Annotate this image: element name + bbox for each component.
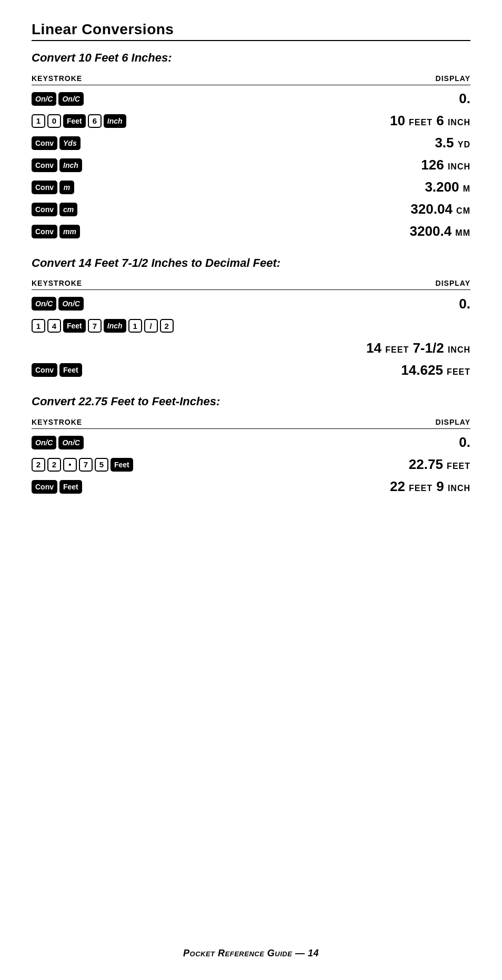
key-black-italic: Inch <box>104 319 126 333</box>
key-outline: 4 <box>47 319 61 333</box>
table-row: On/COn/C0. <box>32 433 470 452</box>
key-black: Feet <box>63 114 86 128</box>
display-value: 0. <box>459 91 470 107</box>
key-black-italic: On/C <box>58 92 83 106</box>
key-black-italic: On/C <box>32 92 56 106</box>
key-black-italic: On/C <box>32 297 56 311</box>
table-row: 22•75Feet22.75 FEET <box>32 455 470 474</box>
display-value: 0. <box>459 296 470 312</box>
key-outline: 1 <box>32 319 45 333</box>
table-row: On/COn/C0. <box>32 294 470 313</box>
table-row: 10Feet6Inch10 FEET 6 INCH <box>32 112 470 131</box>
key-black-italic: On/C <box>58 436 83 449</box>
table-header-3: KEYSTROKEDISPLAY <box>32 418 470 429</box>
keystroke-group: Convm <box>32 181 74 194</box>
keystroke-group: Convmm <box>32 225 80 238</box>
key-outline: 0 <box>47 114 61 128</box>
key-black: Feet <box>111 458 133 472</box>
key-outline: 5 <box>95 458 108 472</box>
key-outline: 2 <box>160 319 174 333</box>
key-black: Conv <box>32 480 57 494</box>
table-row: Convm3.200 M <box>32 178 470 197</box>
table-row: ConvFeet22 FEET 9 INCH <box>32 477 470 496</box>
key-black: Conv <box>32 136 57 150</box>
display-value: 126 INCH <box>421 157 470 173</box>
key-black: Conv <box>32 363 57 377</box>
keystroke-group: ConvYds <box>32 136 81 150</box>
keystroke-group: 10Feet6Inch <box>32 114 126 128</box>
key-black-italic: Inch <box>104 114 126 128</box>
table-header-1: KEYSTROKEDISPLAY <box>32 74 470 85</box>
table-rows-1: On/COn/C0.10Feet6Inch10 FEET 6 INCHConvY… <box>32 89 470 241</box>
key-outline: 1 <box>128 319 142 333</box>
key-outline: 2 <box>47 458 61 472</box>
key-black: Feet <box>63 319 86 333</box>
display-value: 10 FEET 6 INCH <box>390 113 470 129</box>
section-2: Convert 14 Feet 7-1/2 Inches to Decimal … <box>32 256 470 380</box>
section-heading-2: Convert 14 Feet 7-1/2 Inches to Decimal … <box>32 256 470 271</box>
table-rows-3: On/COn/C0.22•75Feet22.75 FEETConvFeet22 … <box>32 433 470 496</box>
key-black-italic: Yds <box>59 136 81 150</box>
keystroke-group: ConvFeet <box>32 363 82 377</box>
display-value: 3.5 YD <box>435 135 470 151</box>
key-outline: • <box>63 458 77 472</box>
key-black: Feet <box>59 480 82 494</box>
key-black: Conv <box>32 225 57 238</box>
keystroke-group: ConvInch <box>32 158 82 172</box>
footer: Pocket Reference Guide — 14 <box>0 948 502 959</box>
keystroke-group: Convcm <box>32 203 77 216</box>
keystroke-group: On/COn/C <box>32 92 84 106</box>
title-divider <box>32 40 470 41</box>
table-rows-2: On/COn/C0.14Feet7Inch1/214 FEET 7-1/2 IN… <box>32 294 470 379</box>
section-heading-1: Convert 10 Feet 6 Inches: <box>32 51 470 66</box>
key-outline: 7 <box>88 319 102 333</box>
table-row: ConvInch126 INCH <box>32 156 470 175</box>
key-black-italic: Inch <box>59 158 82 172</box>
table-row: ConvFeet14.625 FEET <box>32 361 470 379</box>
table-header-2: KEYSTROKEDISPLAY <box>32 279 470 290</box>
keystroke-group: On/COn/C <box>32 436 84 449</box>
table-row: 14Feet7Inch1/2 <box>32 316 470 335</box>
display-value: 3.200 M <box>425 179 470 195</box>
key-black-italic: mm <box>59 225 80 238</box>
key-outline: 2 <box>32 458 45 472</box>
key-outline: 1 <box>32 114 45 128</box>
table-row: Convcm320.04 CM <box>32 200 470 219</box>
col-header-keystroke: KEYSTROKE <box>32 418 82 426</box>
keystroke-group: 22•75Feet <box>32 458 133 472</box>
table-row: Convmm3200.4 MM <box>32 222 470 241</box>
section-heading-3: Convert 22.75 Feet to Feet-Inches: <box>32 394 470 409</box>
page-title: Linear Conversions <box>32 21 470 38</box>
display-value: 14.625 FEET <box>401 362 470 378</box>
section-1: Convert 10 Feet 6 Inches:KEYSTROKEDISPLA… <box>32 51 470 241</box>
key-black-italic: On/C <box>58 297 83 311</box>
key-black: Conv <box>32 158 57 172</box>
key-black: Feet <box>59 363 82 377</box>
table-row: ConvYds3.5 YD <box>32 134 470 153</box>
key-black: Conv <box>32 203 57 216</box>
key-outline: 7 <box>79 458 93 472</box>
col-header-display: DISPLAY <box>436 74 470 83</box>
keystroke-group: 14Feet7Inch1/2 <box>32 319 174 333</box>
section-3: Convert 22.75 Feet to Feet-Inches:KEYSTR… <box>32 394 470 496</box>
key-outline: 6 <box>88 114 102 128</box>
col-header-display: DISPLAY <box>436 279 470 287</box>
display-value: 0. <box>459 434 470 451</box>
col-header-display: DISPLAY <box>436 418 470 426</box>
display-value: 22 FEET 9 INCH <box>390 478 470 495</box>
key-black: Conv <box>32 181 57 194</box>
key-black-italic: cm <box>59 203 77 216</box>
col-header-keystroke: KEYSTROKE <box>32 74 82 83</box>
display-value: 320.04 CM <box>410 201 470 217</box>
table-row: 14 FEET 7-1/2 INCH <box>32 338 470 357</box>
display-value: 14 FEET 7-1/2 INCH <box>366 340 470 356</box>
display-value: 22.75 FEET <box>409 456 470 473</box>
col-header-keystroke: KEYSTROKE <box>32 279 82 287</box>
display-value: 3200.4 MM <box>410 223 470 239</box>
keystroke-group: ConvFeet <box>32 480 82 494</box>
key-black-italic: m <box>59 181 74 194</box>
key-outline: / <box>144 319 158 333</box>
keystroke-group: On/COn/C <box>32 297 84 311</box>
table-row: On/COn/C0. <box>32 89 470 108</box>
key-black-italic: On/C <box>32 436 56 449</box>
